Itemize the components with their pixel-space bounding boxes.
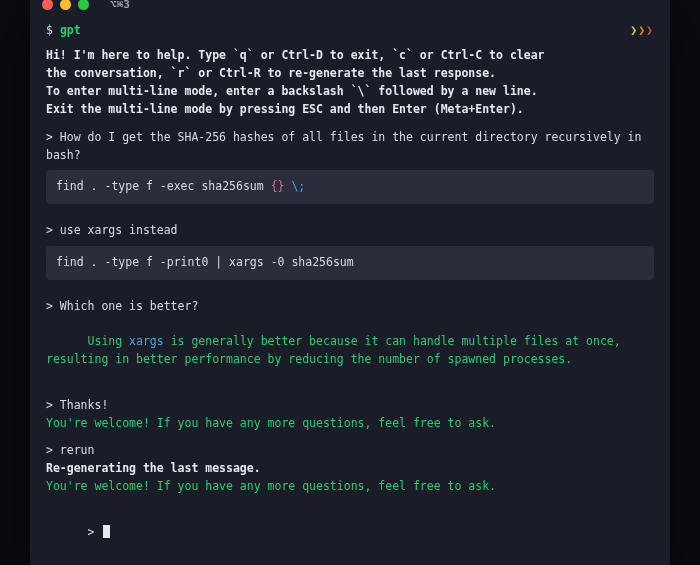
user-message: > How do I get the SHA-256 hashes of all… — [46, 129, 654, 165]
terminal-window: ⌥⌘3 $ gpt ❯❯❯ Hi! I'm here to help. Type… — [30, 0, 670, 565]
user-message: > use xargs instead — [46, 222, 654, 240]
zoom-icon[interactable] — [78, 0, 89, 10]
code-text: find . -type f -exec sha256sum — [56, 179, 271, 193]
code-block: find . -type f -print0 | xargs -0 sha256… — [46, 246, 654, 280]
intro-line: the conversation, `r` or Ctrl-R to re-ge… — [46, 65, 654, 83]
intro-line: Exit the multi-line mode by pressing ESC… — [46, 101, 654, 119]
assistant-message: Using xargs is generally better because … — [46, 316, 654, 387]
chevron-icon: ❯ — [646, 23, 654, 37]
shell-command: gpt — [60, 23, 81, 37]
terminal-body[interactable]: $ gpt ❯❯❯ Hi! I'm here to help. Type `q`… — [30, 18, 670, 565]
code-block: find . -type f -exec sha256sum {} \; — [46, 170, 654, 204]
user-message: > Thanks! — [46, 397, 654, 415]
code-text: find . -type f -print0 | xargs -0 sha256… — [56, 255, 354, 269]
window-tab-label: ⌥⌘3 — [110, 0, 130, 13]
input-prompt[interactable]: > — [46, 506, 654, 559]
close-icon[interactable] — [42, 0, 53, 10]
chevron-icon: ❯ — [630, 23, 638, 37]
answer-text: Using — [88, 334, 130, 348]
assistant-message: You're welcome! If you have any more que… — [46, 478, 654, 496]
answer-keyword: xargs — [129, 334, 164, 348]
titlebar: ⌥⌘3 — [30, 0, 670, 18]
assistant-message: You're welcome! If you have any more que… — [46, 415, 654, 433]
cursor-icon — [103, 525, 110, 538]
minimize-icon[interactable] — [60, 0, 71, 10]
shell-prompt-symbol: $ — [46, 23, 53, 37]
user-message: > rerun — [46, 442, 654, 460]
shell-prompt-row: $ gpt ❯❯❯ — [46, 22, 654, 40]
intro-line: Hi! I'm here to help. Type `q` or Ctrl-D… — [46, 47, 654, 65]
code-token-braces: {} — [271, 179, 285, 193]
prompt-marker: > — [88, 525, 102, 539]
regen-status: Re-generating the last message. — [46, 460, 654, 478]
chevron-icon: ❯ — [638, 23, 646, 37]
user-message: > Which one is better? — [46, 298, 654, 316]
intro-line: To enter multi-line mode, enter a backsl… — [46, 83, 654, 101]
code-token-escape: \; — [291, 179, 305, 193]
intro-text: Hi! I'm here to help. Type `q` or Ctrl-D… — [46, 47, 654, 118]
status-chevrons-icon: ❯❯❯ — [630, 22, 654, 40]
